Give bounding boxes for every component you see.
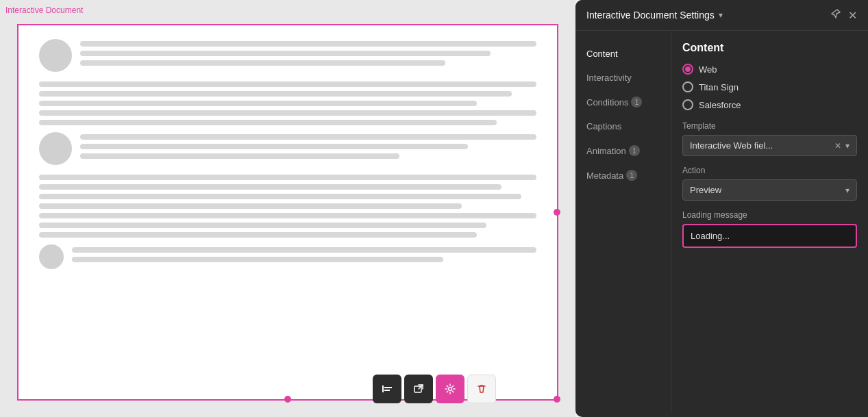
nav-item-content[interactable]: Content bbox=[575, 42, 671, 66]
svg-rect-2 bbox=[384, 390, 390, 391]
action-value: Preview bbox=[690, 185, 845, 195]
loading-message-wrapper: Loading message bbox=[682, 210, 857, 248]
action-select[interactable]: Preview ▾ bbox=[682, 179, 857, 201]
radio-titan-sign[interactable]: Titan Sign bbox=[682, 81, 857, 92]
toolbar bbox=[373, 375, 496, 403]
template-select[interactable]: Interactive Web fiel... ✕ ▾ bbox=[682, 135, 857, 156]
nav-item-metadata[interactable]: Metadata 1 bbox=[575, 163, 671, 188]
template-select-icons: ✕ ▾ bbox=[834, 141, 850, 151]
nav-item-conditions[interactable]: Conditions 1 bbox=[575, 90, 671, 114]
skeleton-avatar-1 bbox=[39, 39, 72, 72]
nav-item-interactivity[interactable]: Interactivity bbox=[575, 66, 671, 90]
loading-message-label: Loading message bbox=[682, 210, 857, 220]
radio-group: Web Titan Sign Salesforce bbox=[682, 64, 857, 110]
svg-point-4 bbox=[448, 388, 451, 391]
panel-header: Interactive Document Settings ▾ ✕ bbox=[575, 0, 868, 31]
handle-right[interactable] bbox=[554, 209, 560, 216]
action-label: Action bbox=[682, 166, 857, 175]
template-clear-icon[interactable]: ✕ bbox=[834, 141, 841, 151]
nav-item-animation[interactable]: Animation 1 bbox=[575, 138, 671, 163]
settings-panel: Interactive Document Settings ▾ ✕ Conten… bbox=[575, 0, 868, 417]
handle-bottom-right[interactable] bbox=[554, 396, 560, 403]
settings-button[interactable] bbox=[436, 375, 464, 403]
radio-salesforce-input[interactable] bbox=[682, 99, 693, 110]
skeleton-avatar-3 bbox=[39, 244, 64, 269]
skeleton-avatar-2 bbox=[39, 132, 72, 165]
document-preview[interactable] bbox=[17, 24, 558, 401]
align-button[interactable] bbox=[373, 375, 401, 403]
conditions-badge: 1 bbox=[631, 97, 642, 108]
delete-button[interactable] bbox=[467, 375, 496, 403]
loading-message-input[interactable] bbox=[682, 224, 857, 248]
radio-salesforce[interactable]: Salesforce bbox=[682, 99, 857, 110]
radio-web[interactable]: Web bbox=[682, 64, 857, 75]
radio-web-input[interactable] bbox=[682, 64, 693, 75]
panel-title-chevron[interactable]: ▾ bbox=[719, 10, 723, 20]
svg-rect-1 bbox=[384, 387, 392, 388]
panel-body: Content Interactivity Conditions 1 Capti… bbox=[575, 31, 868, 414]
action-wrapper: Action Preview ▾ bbox=[682, 166, 857, 201]
nav-item-captions[interactable]: Captions bbox=[575, 114, 671, 138]
panel-title: Interactive Document Settings ▾ bbox=[586, 10, 723, 21]
panel-header-icons: ✕ bbox=[830, 8, 857, 22]
panel-content: Content Web Titan Sign Salesforce Temp bbox=[671, 31, 868, 414]
animation-badge: 1 bbox=[629, 145, 640, 156]
canvas-area: Interactive Document bbox=[0, 0, 575, 417]
external-link-button[interactable] bbox=[404, 375, 433, 403]
svg-rect-0 bbox=[382, 386, 384, 392]
action-chevron-icon[interactable]: ▾ bbox=[845, 186, 850, 195]
template-chevron-icon[interactable]: ▾ bbox=[845, 141, 850, 151]
template-wrapper: Template Interactive Web fiel... ✕ ▾ bbox=[682, 121, 857, 156]
template-value: Interactive Web fiel... bbox=[690, 140, 834, 151]
document-label: Interactive Document bbox=[5, 5, 83, 15]
template-label: Template bbox=[682, 121, 857, 131]
panel-nav: Content Interactivity Conditions 1 Capti… bbox=[575, 31, 671, 414]
pin-icon[interactable] bbox=[830, 8, 841, 22]
close-icon[interactable]: ✕ bbox=[848, 9, 857, 22]
handle-bottom-center[interactable] bbox=[284, 396, 291, 403]
content-section-title: Content bbox=[682, 42, 857, 54]
radio-titan-sign-input[interactable] bbox=[682, 81, 693, 92]
metadata-badge: 1 bbox=[626, 170, 637, 181]
